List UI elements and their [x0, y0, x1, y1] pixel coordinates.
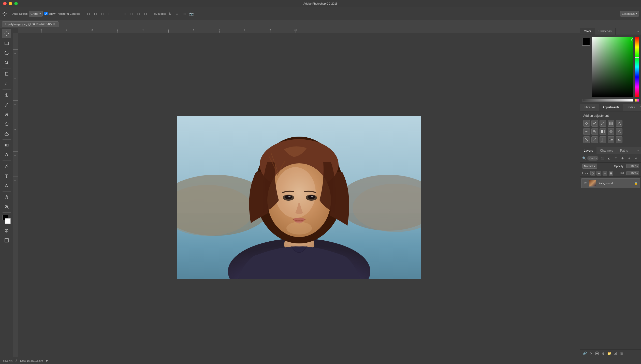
distribute-right-icon[interactable]: ⊟ [142, 11, 149, 17]
eraser-btn[interactable] [2, 129, 11, 138]
fill-value[interactable]: 100% [626, 171, 639, 175]
color-panel-expand[interactable]: ≡ [635, 29, 641, 34]
maximize-button[interactable] [14, 2, 18, 5]
minimize-button[interactable] [9, 2, 12, 5]
hand-tool-btn[interactable] [2, 193, 11, 202]
pen-tool-btn[interactable] [2, 162, 11, 171]
selectcolor-adj-btn[interactable] [616, 136, 622, 143]
add-style-btn[interactable]: fx [588, 351, 593, 356]
align-top-icon[interactable]: ⊞ [107, 11, 113, 17]
filter-shape-btn[interactable]: ⬟ [620, 155, 626, 161]
channels-tab[interactable]: Channels [596, 147, 617, 154]
layer-visibility-toggle[interactable]: 👁 [584, 181, 588, 185]
threshold-adj-btn[interactable] [600, 136, 606, 143]
libraries-tab[interactable]: Libraries [580, 104, 599, 111]
quick-select-btn[interactable] [2, 58, 11, 67]
new-fill-adj-btn[interactable]: ⊕ [601, 351, 606, 356]
marquee-tool-btn[interactable] [2, 39, 11, 48]
new-group-btn[interactable]: 📁 [607, 351, 612, 356]
color-gradient-field[interactable] [592, 37, 633, 97]
3d-camera-icon[interactable]: 📷 [188, 11, 194, 17]
type-tool-btn[interactable] [2, 171, 11, 181]
eyedropper-btn[interactable] [2, 79, 11, 88]
opacity-value[interactable]: 100% [626, 164, 639, 168]
distribute-center-h-icon[interactable]: ⊟ [135, 11, 141, 17]
gradient-btn[interactable] [2, 141, 11, 150]
hsl-adj-btn[interactable] [583, 128, 590, 135]
quick-mask-btn[interactable] [2, 226, 11, 235]
heal-brush-btn[interactable] [2, 91, 11, 100]
path-select-btn[interactable] [2, 181, 11, 190]
lock-all-btn[interactable] [609, 171, 613, 176]
export-icon[interactable]: ⤴ [16, 359, 17, 362]
auto-select-dropdown[interactable]: Group ▾ [29, 11, 43, 17]
swatches-tab[interactable]: Swatches [595, 28, 616, 35]
gradmap-adj-btn[interactable] [608, 136, 614, 143]
zoom-tool-btn[interactable] [2, 202, 11, 211]
3d-zoom-icon[interactable]: ⊞ [181, 11, 187, 17]
lasso-tool-btn[interactable] [2, 48, 11, 57]
screen-mode-btn[interactable] [2, 236, 11, 245]
invert-adj-btn[interactable] [583, 136, 590, 143]
distribute-left-icon[interactable]: ⊟ [128, 11, 134, 17]
align-center-v-icon[interactable]: ⊞ [114, 11, 120, 17]
opacity-hue-h[interactable] [635, 99, 639, 102]
colorbalance-adj-btn[interactable] [591, 128, 598, 135]
paths-tab[interactable]: Paths [617, 147, 632, 154]
burn-dodge-btn[interactable] [2, 150, 11, 159]
stamp-tool-btn[interactable] [2, 110, 11, 119]
vibrance-adj-btn[interactable] [616, 120, 622, 127]
align-bottom-icon[interactable]: ⊞ [121, 11, 127, 17]
crop-tool-btn[interactable] [2, 69, 11, 79]
blend-mode-dropdown[interactable]: Normal ▾ [582, 164, 597, 169]
transform-controls-label: Show Transform Controls [49, 12, 80, 15]
align-center-h-icon[interactable]: ⊟ [93, 11, 99, 17]
close-button[interactable] [3, 2, 7, 5]
svg-rect-7 [5, 144, 8, 146]
alpha-strip[interactable] [582, 99, 633, 102]
filter-type-btn[interactable]: T [613, 155, 619, 161]
align-right-icon[interactable]: ⊟ [100, 11, 106, 17]
filter-smart-btn[interactable]: ⊕ [627, 155, 632, 161]
lock-transparent-btn[interactable] [590, 171, 595, 176]
layers-kind-label: Kind [589, 157, 594, 160]
transform-controls-checkbox[interactable] [44, 12, 48, 15]
adj-panel-expand[interactable]: ≡ [638, 104, 641, 111]
3d-rotate-icon[interactable]: ↻ [167, 11, 173, 17]
layers-panel-expand[interactable]: ≡ [635, 148, 641, 153]
brightness-adj-btn[interactable] [583, 120, 590, 127]
status-arrow[interactable]: ▶ [46, 359, 48, 362]
history-brush-btn[interactable] [2, 120, 11, 129]
active-color-swatch[interactable] [582, 38, 590, 46]
hue-strip[interactable] [635, 37, 639, 97]
move-tool-btn[interactable] [2, 29, 11, 38]
photofilter-adj-btn[interactable] [608, 128, 614, 135]
delete-layer-btn[interactable]: 🗑 [619, 351, 624, 356]
exposure-adj-btn[interactable] [608, 120, 614, 127]
posterize-adj-btn[interactable] [591, 136, 598, 143]
filter-adj-btn[interactable]: ◐ [606, 155, 612, 161]
background-color-swatch[interactable] [5, 218, 11, 224]
new-layer-btn[interactable] [613, 351, 618, 356]
color-tab[interactable]: Color [580, 28, 595, 35]
align-left-icon[interactable]: ⊟ [85, 11, 92, 17]
filter-toggle-btn[interactable]: ⊗ [633, 155, 639, 161]
filter-pixel-btn[interactable]: ⬛ [600, 155, 605, 161]
bw-adj-btn[interactable] [600, 128, 606, 135]
lock-image-btn[interactable] [596, 171, 601, 176]
lock-position-btn[interactable] [603, 171, 607, 176]
levels-adj-btn[interactable] [591, 120, 598, 127]
layer-row[interactable]: 👁 Background 🔒 [581, 178, 640, 188]
curves-adj-btn[interactable] [600, 120, 606, 127]
brush-tool-btn[interactable] [2, 100, 11, 109]
layers-tab[interactable]: Layers [580, 147, 596, 154]
adjustments-tab[interactable]: Adjustments [599, 104, 623, 111]
essentials-dropdown[interactable]: Essentials ▾ [620, 11, 639, 17]
channelmix-adj-btn[interactable] [616, 128, 622, 135]
styles-tab[interactable]: Styles [623, 104, 638, 111]
3d-pan-icon[interactable]: ⊕ [174, 11, 180, 17]
link-layers-btn[interactable]: 🔗 [582, 351, 587, 356]
doc-tab-close-icon[interactable]: ✕ [53, 23, 55, 25]
add-mask-btn[interactable] [594, 351, 600, 356]
doc-tab[interactable]: LiquifyImage.jpeg @ 66.7% (RGB/8*) ✕ [2, 21, 59, 27]
